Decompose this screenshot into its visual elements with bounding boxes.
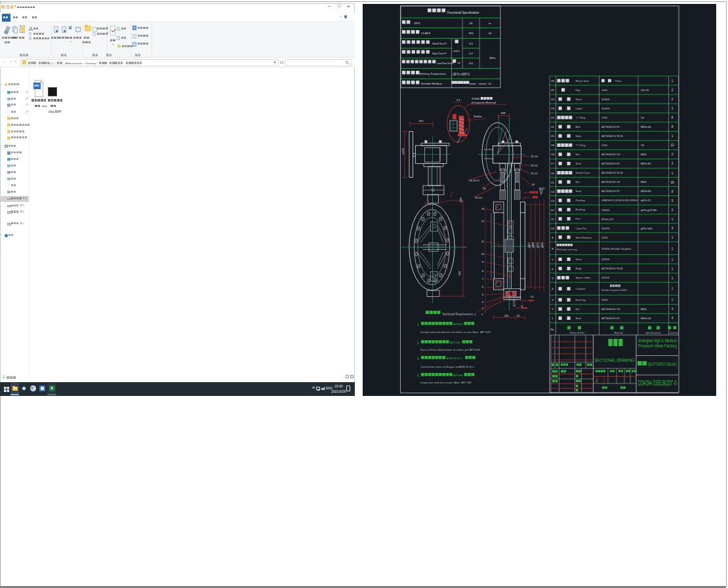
svg-text:150: 150 <box>468 31 474 35</box>
svg-text:φ457: φ457 <box>528 243 531 248</box>
svg-text:Functional Specification: Functional Specification <box>447 11 479 14</box>
svg-text:ASTM A193 B7: ASTM A193 B7 <box>601 189 620 193</box>
svg-text:φ25×100: φ25×100 <box>641 227 653 230</box>
svg-text:φ50×13: φ50×13 <box>641 199 651 202</box>
svg-text:606: 606 <box>459 197 462 203</box>
svg-text:GRAPHITE DIE MOULDED RINGS: GRAPHITE DIE MOULDED RINGS <box>601 199 638 202</box>
svg-text:M16: M16 <box>641 307 647 311</box>
svg-text:Rivet: Rivet <box>576 98 582 101</box>
svg-text:M16×50: M16×50 <box>641 317 651 320</box>
svg-text:Cushion: Cushion <box>576 287 586 290</box>
svg-text:Shell.Test P.: Shell.Test P. <box>432 42 447 45</box>
svg-text:316SS+: 316SS+ <box>472 97 481 100</box>
svg-text:air: air <box>458 61 461 64</box>
svg-text:2.2: 2.2 <box>469 52 474 55</box>
svg-text:Seat Retainer: Seat Retainer <box>576 236 592 239</box>
svg-text:L6: L6 <box>531 295 534 298</box>
svg-text:26: 26 <box>551 79 554 83</box>
svg-text:16: 16 <box>670 181 674 184</box>
svg-text:Design and manufacture of valv: Design and manufacture of valves as per … <box>420 330 491 334</box>
svg-text:11: 11 <box>481 240 485 243</box>
svg-text:Stud: Stud <box>576 162 581 165</box>
svg-text:Flexible Graphite+304SS: Flexible Graphite+304SS <box>601 289 628 292</box>
svg-text:water: water <box>453 49 460 52</box>
svg-text:Label: Label <box>576 107 582 110</box>
svg-text:SECTIONAL DRAWING: SECTIONAL DRAWING <box>595 358 635 363</box>
svg-text:Face-to-Face dimensions of val: Face-to-Face dimensions of valves per AP… <box>420 348 480 351</box>
svg-text:Bushing: Bushing <box>576 208 585 211</box>
svg-text:20×70: 20×70 <box>641 88 649 92</box>
svg-text:(BUTTERFLYVALVE): (BUTTERFLYVALVE) <box>648 361 677 367</box>
svg-text:1045: 1045 <box>601 88 608 92</box>
svg-text:(φ6.4~L: (φ6.4~L <box>523 197 531 199</box>
svg-text:Nut: Nut <box>576 180 580 184</box>
svg-text:Worm Gear: Worm Gear <box>576 79 590 83</box>
svg-text:M16×40: M16×40 <box>641 125 651 128</box>
svg-text:Technical Requirement: Technical Requirement <box>442 313 473 316</box>
svg-text:12: 12 <box>551 208 554 212</box>
svg-text:CB360: CB360 <box>601 208 610 212</box>
svg-text:in: in <box>489 22 491 25</box>
svg-text:420SS: 420SS <box>601 227 610 230</box>
svg-text:Suitable Medium: Suitable Medium <box>421 82 442 85</box>
svg-text:ASTM A216 WCB: ASTM A216 WCB <box>601 171 623 174</box>
svg-text:Multi-layer seal ring: Multi-layer seal ring <box>557 248 576 251</box>
svg-text:ANSI B 16.5: ANSI B 16.5 <box>447 357 462 360</box>
svg-text:22: 22 <box>551 116 554 119</box>
svg-text:M20: M20 <box>641 153 647 156</box>
svg-text:Name of Part: Name of Part <box>570 332 585 334</box>
svg-text:12: 12 <box>481 220 485 223</box>
svg-text:ASTM A194 2H: ASTM A194 2H <box>601 180 620 184</box>
svg-text:10: 10 <box>481 252 485 256</box>
svg-text:10: 10 <box>551 227 554 230</box>
svg-text:Packing: Packing <box>576 199 585 202</box>
svg-text:NPS: NPS <box>415 22 420 25</box>
svg-text:Space Collar: Space Collar <box>576 276 592 279</box>
svg-text:404: 404 <box>458 271 461 276</box>
svg-text:Quantity: Quantity <box>670 332 678 334</box>
svg-text:φ609: φ609 <box>541 243 544 248</box>
svg-text:20: 20 <box>551 134 554 138</box>
svg-text:11: 11 <box>551 218 554 221</box>
svg-text:2:1: 2:1 <box>456 98 460 102</box>
svg-text:Inspection and test as per Spe: Inspection and test as per Spec. API 598 <box>420 381 472 384</box>
svg-text:φ400: φ400 <box>401 147 405 154</box>
svg-text:168: 168 <box>500 111 506 115</box>
svg-text:19: 19 <box>551 144 554 147</box>
svg-text:φ70×φ75-90: φ70×φ75-90 <box>641 208 657 212</box>
svg-text:Stud: Stud <box>576 317 581 320</box>
svg-text:2.: 2. <box>417 342 420 345</box>
svg-text:M20×60: M20×60 <box>641 162 651 165</box>
svg-text:LowP.Seal Test P.: LowP.Seal Test P. <box>437 62 455 65</box>
svg-text:16: 16 <box>641 144 644 147</box>
svg-text:16: 16 <box>551 172 554 175</box>
svg-text:21 22: 21 22 <box>531 172 538 175</box>
svg-text:420SS: 420SS <box>601 258 610 261</box>
svg-text:ASTM A193 B7: ASTM A193 B7 <box>601 125 620 128</box>
svg-text:(Composite Material): (Composite Material) <box>472 101 496 104</box>
svg-text:1.: 1. <box>417 323 420 326</box>
svg-text:Connection sizes of flanges to: Connection sizes of flanges to ANSI B 16… <box>420 365 475 368</box>
svg-text:16: 16 <box>517 314 520 317</box>
svg-text:19 18 17: 19 18 17 <box>469 179 480 182</box>
svg-text:M16×90: M16×90 <box>641 189 651 193</box>
svg-text:API 609: API 609 <box>450 341 460 344</box>
svg-text:Body: Body <box>576 267 582 270</box>
svg-text:24: 24 <box>551 98 554 101</box>
svg-text:0.6: 0.6 <box>469 62 474 65</box>
svg-text:1566: 1566 <box>601 116 608 119</box>
svg-text:13: 13 <box>481 207 485 210</box>
svg-text:Key: Key <box>576 88 580 92</box>
svg-text:15: 15 <box>551 181 554 184</box>
svg-text:18: 18 <box>551 153 554 156</box>
svg-text:-29°C~425°C: -29°C~425°C <box>452 73 470 76</box>
svg-text:17: 17 <box>551 162 554 165</box>
svg-text:API609: API609 <box>454 323 464 326</box>
svg-text:φ5: φ5 <box>521 305 523 308</box>
svg-text:Nut: Nut <box>576 307 580 311</box>
svg-text:13: 13 <box>551 199 554 203</box>
svg-text:4.: 4. <box>417 374 420 378</box>
svg-text:End Cap: End Cap <box>576 298 586 302</box>
svg-text:1566: 1566 <box>601 144 608 147</box>
svg-text:20: 20 <box>470 22 473 25</box>
